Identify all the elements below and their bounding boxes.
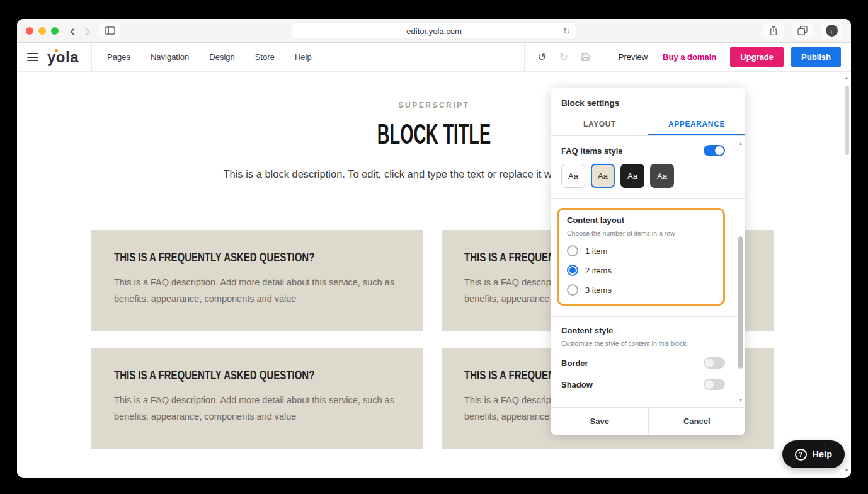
radio-label: 3 items [585, 285, 612, 295]
yola-logo[interactable]: yola [47, 49, 79, 66]
menu-pages[interactable]: Pages [107, 52, 130, 62]
faq-card[interactable]: THIS IS A FREQUENTLY ASKED QUESTION? Thi… [91, 348, 423, 449]
url-text: editor.yola.com [406, 26, 461, 35]
shadow-row: Shadow [561, 379, 725, 390]
content-style-subtitle: Customize the style of content in this b… [561, 340, 725, 347]
close-window-button[interactable] [26, 27, 33, 35]
menu-navigation[interactable]: Navigation [151, 52, 189, 62]
content-layout-subtitle: Choose the number of items in a row [567, 229, 717, 237]
panel-tabs: LAYOUT APPEARANCE [551, 114, 745, 136]
radio-option-2-items[interactable]: 2 items [567, 265, 717, 276]
style-swatch-black[interactable]: Aa [620, 164, 644, 188]
toggle-knob [705, 359, 714, 367]
download-icon: ↓ [826, 25, 838, 37]
save-button[interactable]: Save [551, 408, 649, 435]
minimize-window-button[interactable] [38, 27, 46, 35]
browser-titlebar: ‹ › editor.yola.com ↻ [17, 19, 851, 43]
page-scrollbar-thumb[interactable] [845, 86, 849, 155]
sidebar-toggle-button[interactable] [99, 23, 120, 39]
faq-question[interactable]: THIS IS A FREQUENTLY ASKED QUESTION? [114, 368, 329, 382]
panel-divider [551, 198, 745, 199]
menu-help[interactable]: Help [295, 52, 312, 62]
help-button[interactable]: ? Help [782, 440, 845, 468]
forward-button[interactable]: › [85, 23, 90, 38]
page-scrollbar[interactable]: ▲ ▼ [842, 72, 851, 477]
panel-divider [551, 316, 745, 317]
chrome-actions: ↓ [763, 23, 842, 39]
style-swatch-beige-selected[interactable]: Aa [591, 164, 615, 188]
panel-title: Block settings [551, 88, 745, 114]
floppy-icon [581, 52, 590, 62]
share-button[interactable] [763, 23, 784, 39]
faq-card[interactable]: THIS IS A FREQUENTLY ASKED QUESTION? Thi… [91, 230, 423, 331]
content-layout-title: Content layout [567, 215, 717, 225]
reload-icon[interactable]: ↻ [563, 26, 570, 35]
fullscreen-window-button[interactable] [51, 27, 59, 35]
radio-label: 2 items [585, 266, 612, 275]
faq-answer[interactable]: This is a FAQ description. Add more deta… [114, 392, 401, 425]
editor-canvas: SUPERSCRIPT BLOCK TITLE This is a block … [17, 72, 851, 477]
tab-appearance[interactable]: APPEARANCE [648, 114, 745, 135]
toolbar-divider [524, 43, 525, 72]
faq-answer[interactable]: This is a FAQ description. Add more deta… [114, 274, 401, 307]
sidebar-icon [105, 26, 115, 35]
radio-icon [567, 284, 578, 296]
downloads-button[interactable]: ↓ [821, 23, 842, 39]
faq-question[interactable]: THIS IS A FREQUENTLY ASKED QUESTION? [114, 250, 329, 265]
block-settings-panel: Block settings LAYOUT APPEARANCE FAQ ite… [551, 88, 745, 435]
menu-icon[interactable] [27, 53, 38, 61]
save-icon[interactable] [581, 52, 590, 62]
help-icon: ? [795, 449, 807, 461]
shadow-label: Shadow [561, 380, 593, 389]
panel-scroll-up-icon[interactable]: ▲ [738, 141, 743, 146]
content-layout-highlight: Content layout Choose the number of item… [557, 208, 725, 306]
style-swatches: Aa Aa Aa Aa [561, 164, 725, 188]
back-button[interactable]: ‹ [70, 23, 75, 38]
tab-layout[interactable]: LAYOUT [551, 114, 648, 135]
toolbar-divider [91, 43, 92, 72]
radio-icon [567, 245, 578, 256]
border-toggle[interactable] [704, 357, 725, 369]
radio-label: 1 item [585, 246, 607, 256]
scroll-up-icon[interactable]: ▲ [844, 75, 849, 81]
border-row: Border [561, 357, 725, 369]
menu-design[interactable]: Design [209, 52, 234, 62]
faq-items-style-row: FAQ items style [561, 145, 725, 156]
help-label: Help [813, 449, 832, 459]
upgrade-button[interactable]: Upgrade [730, 47, 784, 67]
faq-items-style-toggle[interactable] [704, 145, 725, 156]
browser-nav: ‹ › [70, 23, 90, 38]
shadow-toggle[interactable] [704, 379, 725, 390]
menu-store[interactable]: Store [255, 52, 275, 62]
tabs-icon [797, 26, 808, 35]
faq-items-style-label: FAQ items style [561, 146, 623, 156]
border-label: Border [561, 359, 588, 368]
toggle-knob [705, 380, 714, 389]
radio-option-3-items[interactable]: 3 items [567, 284, 717, 296]
browser-window: ‹ › editor.yola.com ↻ [17, 19, 851, 478]
panel-footer: Save Cancel [551, 407, 745, 435]
share-icon [769, 25, 778, 36]
toolbar-divider [603, 43, 603, 72]
publish-button[interactable]: Publish [791, 47, 841, 67]
address-bar[interactable]: editor.yola.com ↻ [292, 22, 576, 39]
editor-toolbar: yola Pages Navigation Design Store Help … [17, 43, 851, 72]
panel-body: FAQ items style Aa Aa Aa Aa Content layo… [551, 136, 745, 407]
toggle-knob [715, 146, 724, 155]
editor-menu: Pages Navigation Design Store Help [107, 52, 312, 62]
redo-button[interactable]: ↻ [559, 50, 568, 64]
cancel-button[interactable]: Cancel [649, 408, 746, 435]
style-swatch-light[interactable]: Aa [561, 164, 585, 188]
radio-icon-checked [567, 265, 578, 276]
buy-domain-link[interactable]: Buy a domain [663, 52, 716, 62]
radio-option-1-item[interactable]: 1 item [567, 245, 717, 256]
undo-button[interactable]: ↺ [537, 50, 546, 64]
panel-scroll-down-icon[interactable]: ▼ [738, 398, 743, 403]
preview-button[interactable]: Preview [619, 52, 648, 62]
tab-overview-button[interactable] [792, 23, 813, 39]
style-swatch-dark-gray[interactable]: Aa [650, 164, 674, 188]
scroll-down-icon[interactable]: ▼ [844, 468, 849, 473]
content-style-title: Content style [561, 326, 725, 335]
toolbar-actions: ↺ ↻ Preview Buy a domain Upgrade Publish [524, 43, 851, 71]
panel-scrollbar-thumb[interactable] [738, 236, 743, 369]
